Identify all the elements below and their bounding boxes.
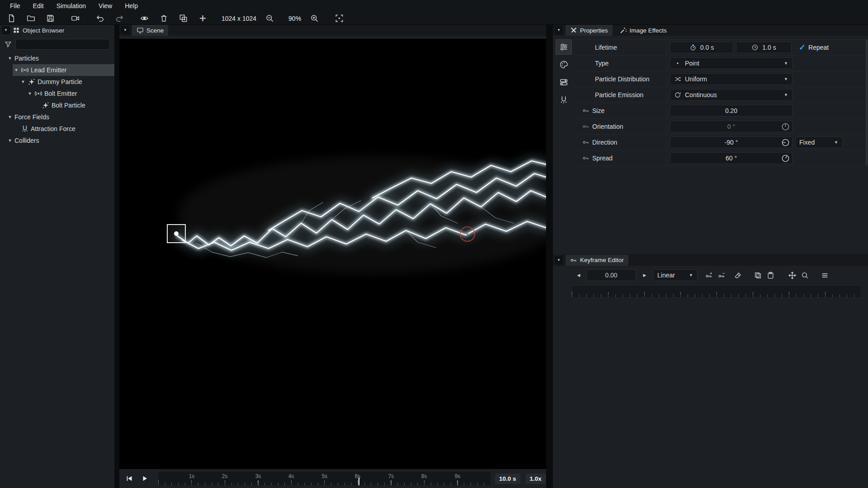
expand-arrow-icon[interactable]: ▼ [20, 80, 26, 84]
prev-keyframe-button[interactable]: ◀ [574, 270, 584, 281]
repeat-checkbox[interactable]: ✓ [799, 42, 806, 52]
type-dropdown[interactable]: Point ▼ [670, 57, 793, 69]
menu-help[interactable]: Help [118, 0, 144, 12]
keyframe-key-icon[interactable] [582, 123, 590, 130]
tree-item-bolt-particle[interactable]: Bolt Particle [0, 99, 114, 111]
add-keyframe-button[interactable] [704, 270, 714, 281]
tree-item-colliders[interactable]: ▼ Colliders [0, 135, 114, 146]
interpolation-dropdown[interactable]: Linear ▼ [653, 269, 698, 281]
zoom-out-icon[interactable] [263, 13, 276, 24]
angle-dial-icon[interactable] [781, 154, 790, 163]
undo-button[interactable] [93, 13, 107, 24]
angle-dial-icon[interactable] [781, 122, 790, 131]
redo-button[interactable] [113, 13, 126, 24]
distribution-dropdown[interactable]: Uniform ▼ [670, 73, 793, 85]
duration-box[interactable]: 10.0 s [495, 474, 520, 484]
rendering-tab[interactable] [556, 75, 572, 90]
menu-view[interactable]: View [92, 0, 118, 12]
duplicate-button[interactable] [176, 13, 190, 24]
keyframe-timeline-ruler[interactable] [571, 285, 861, 298]
scene-timeline-ruler[interactable]: 1s 2s 3s 4s 5s 6s 7s 8s 9s [158, 472, 491, 485]
emission-dropdown[interactable]: Continuous ▼ [670, 89, 793, 101]
save-button[interactable] [43, 13, 57, 24]
tree-item-dummy-particle[interactable]: ▼ Dummy Particle [0, 76, 114, 88]
tab-properties[interactable]: Properties [566, 25, 613, 36]
filter-input[interactable] [15, 39, 110, 50]
eraser-icon[interactable] [733, 270, 743, 281]
magic-wand-icon [620, 27, 627, 34]
add-object-button[interactable] [196, 13, 209, 24]
visibility-button[interactable] [137, 13, 151, 24]
panel-menu-button[interactable]: ▼ [2, 26, 10, 34]
expand-arrow-icon[interactable]: ▼ [7, 56, 13, 61]
main-toolbar: 1024 x 1024 90% [0, 12, 868, 25]
tab-scene[interactable]: Scene [132, 25, 168, 36]
zoom-icon[interactable] [800, 270, 810, 281]
menu-edit[interactable]: Edit [27, 0, 50, 12]
spread-field[interactable]: 60 ° [670, 152, 793, 164]
size-field[interactable]: 0.20 [670, 105, 793, 117]
keyframe-key-icon[interactable] [582, 139, 590, 146]
lifetime-duration-field[interactable]: 1.0 s [736, 42, 792, 53]
expand-arrow-icon[interactable]: ▼ [14, 68, 19, 72]
zoom-in-icon[interactable] [307, 13, 321, 24]
properties-scrollbar[interactable] [866, 40, 868, 165]
emitter-settings-tab[interactable] [556, 39, 572, 55]
panel-title: Object Browser [23, 27, 64, 34]
fit-view-button[interactable] [332, 13, 346, 24]
panel-menu-button[interactable]: ▼ [555, 256, 563, 264]
playhead[interactable] [359, 478, 359, 485]
panel-menu-button[interactable]: ▼ [555, 26, 563, 34]
new-file-button[interactable] [5, 13, 18, 24]
tree-item-lead-emitter[interactable]: ▼ Lead Emitter [0, 64, 114, 76]
emitter-gizmo[interactable] [167, 224, 186, 243]
tab-image-effects[interactable]: Image Effects [615, 25, 671, 36]
angle-dial-icon[interactable] [781, 138, 790, 147]
menu-file[interactable]: File [4, 0, 27, 12]
expand-arrow-icon[interactable]: ▼ [7, 115, 13, 119]
orientation-field[interactable]: 0 ° [670, 121, 793, 132]
copy-icon[interactable] [753, 270, 763, 281]
tree-item-force-fields[interactable]: ▼ Force Fields [0, 111, 114, 123]
property-label: Lifetime [595, 44, 617, 51]
property-label: Spread [592, 155, 613, 162]
move-icon[interactable] [787, 270, 797, 281]
forces-tab[interactable] [556, 92, 572, 108]
expand-arrow-icon[interactable]: ▼ [7, 138, 13, 143]
tab-keyframe-editor[interactable]: Keyframe Editor [566, 255, 628, 266]
tree-item-particles[interactable]: ▼ Particles [0, 52, 114, 64]
property-row-size: Size 0.20 [574, 103, 868, 119]
menu-icon[interactable] [820, 270, 830, 281]
playback-speed-box[interactable]: 1.0x [526, 474, 546, 484]
expand-arrow-icon[interactable]: ▼ [27, 91, 33, 96]
appearance-tab[interactable] [556, 57, 572, 72]
canvas-resolution-label[interactable]: 1024 x 1024 [222, 15, 256, 22]
play-button[interactable] [138, 473, 151, 484]
chevron-down-icon: ▼ [557, 258, 561, 262]
tree-item-attraction-force[interactable]: Attraction Force [0, 123, 114, 135]
render-video-button[interactable] [68, 13, 82, 24]
next-keyframe-button[interactable]: ▶ [640, 270, 650, 281]
property-row-emission: Particle Emission Continuous ▼ [574, 87, 868, 103]
skip-to-start-button[interactable] [123, 473, 136, 484]
zoom-level-label[interactable]: 90% [288, 15, 301, 22]
paste-icon[interactable] [765, 270, 775, 281]
keyframe-time-field[interactable]: 0.00 [586, 269, 636, 281]
panel-menu-button[interactable]: ▼ [121, 26, 129, 34]
scene-viewport[interactable] [119, 39, 546, 469]
direction-field[interactable]: -90 ° [670, 136, 793, 148]
remove-keyframe-button[interactable] [717, 270, 726, 281]
menu-simulation[interactable]: Simulation [50, 0, 92, 12]
lifetime-start-field[interactable]: 0.0 s [670, 42, 733, 53]
emitter-icon [34, 89, 42, 98]
lightning-effect [119, 39, 546, 469]
keyframe-key-icon[interactable] [582, 155, 590, 162]
keyframe-key-icon[interactable] [582, 107, 590, 114]
delete-button[interactable] [157, 13, 170, 24]
open-file-button[interactable] [24, 13, 38, 24]
attraction-force-gizmo[interactable] [460, 226, 475, 242]
tree-item-bolt-emitter[interactable]: ▼ Bolt Emitter [0, 88, 114, 99]
tree-item-label: Particles [14, 55, 39, 62]
direction-mode-dropdown[interactable]: Fixed ▼ [795, 136, 843, 148]
distribution-value: Uniform [685, 75, 707, 83]
